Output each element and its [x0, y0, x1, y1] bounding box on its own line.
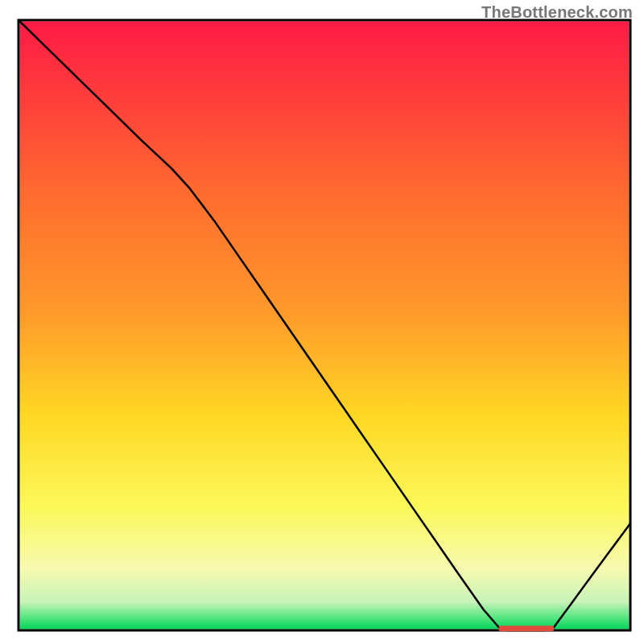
plot-gradient-fill — [20, 22, 630, 630]
bottleneck-chart — [0, 0, 644, 644]
minimum-marker-bar — [499, 625, 554, 631]
